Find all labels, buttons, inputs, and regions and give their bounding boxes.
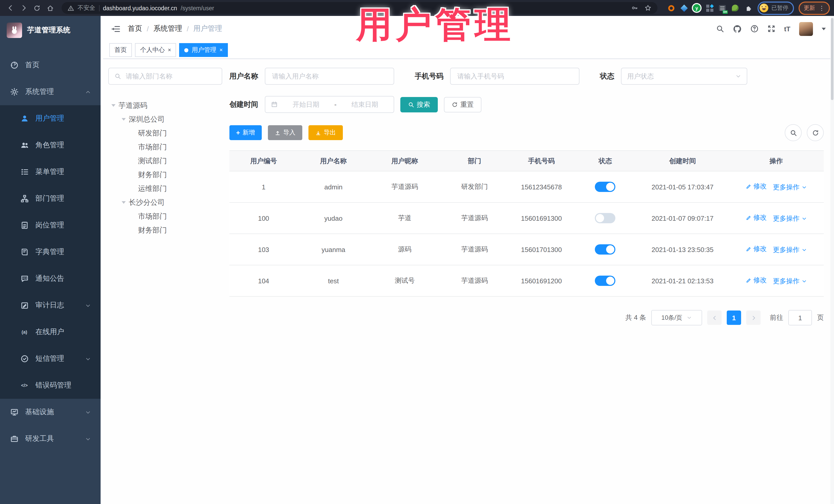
tab-profile[interactable]: 个人中心×	[135, 43, 176, 57]
dept-search-input[interactable]	[125, 72, 216, 81]
sidebar-item-online-users[interactable]: (a) 在线用户	[0, 319, 101, 345]
more-actions-link[interactable]: 更多操作	[773, 277, 807, 286]
user-avatar[interactable]	[799, 22, 813, 36]
tree-node[interactable]: 芋道源码	[108, 98, 222, 112]
breadcrumb-home[interactable]: 首页	[128, 24, 142, 34]
font-size-icon[interactable]: tT	[784, 25, 790, 32]
extension-leaf-icon[interactable]	[731, 4, 739, 12]
browser-back-icon[interactable]	[4, 2, 17, 14]
tree-node[interactable]: 运维部门	[108, 182, 222, 196]
extension-grid-icon[interactable]	[706, 4, 714, 12]
key-icon[interactable]	[631, 5, 638, 11]
status-select[interactable]: 用户状态	[621, 68, 747, 85]
next-page-button[interactable]	[746, 310, 761, 325]
sidebar-item-home[interactable]: 首页	[0, 52, 101, 79]
header-search-icon[interactable]	[716, 25, 724, 33]
status-toggle[interactable]	[595, 182, 616, 192]
browser-menu-icon[interactable]: ⋮	[819, 4, 825, 12]
import-button[interactable]: 导入	[268, 125, 302, 140]
sidebar-item-dept-management[interactable]: 部门管理	[0, 185, 101, 212]
goto-page-input[interactable]	[788, 310, 812, 325]
extension-green-y-icon[interactable]: y	[693, 4, 701, 12]
modify-link[interactable]: 修改	[746, 276, 767, 285]
sidebar-collapse-icon[interactable]	[111, 24, 120, 33]
reset-button[interactable]: 重置	[444, 97, 481, 112]
github-icon[interactable]	[733, 24, 741, 33]
scrollbar-thumb[interactable]	[831, 18, 833, 100]
tree-node[interactable]: 长沙分公司	[108, 196, 222, 210]
export-button[interactable]: 导出	[308, 125, 343, 140]
help-icon[interactable]	[750, 25, 758, 33]
tab-user-management[interactable]: 用户管理×	[179, 43, 228, 57]
sidebar-item-infrastructure[interactable]: 基础设施	[0, 399, 101, 425]
app-logo[interactable]: 芋道管理系统	[0, 16, 101, 45]
status-toggle[interactable]	[595, 244, 616, 255]
close-tab-icon[interactable]: ×	[168, 47, 171, 53]
refresh-table-button[interactable]	[807, 124, 824, 141]
browser-reload-icon[interactable]	[31, 2, 43, 14]
close-tab-icon[interactable]: ×	[219, 47, 223, 53]
breadcrumb-system[interactable]: 系统管理	[153, 24, 182, 34]
security-label[interactable]: 不安全	[78, 4, 95, 12]
browser-update-button[interactable]: 更新 ⋮	[798, 1, 830, 15]
bookmark-star-icon[interactable]	[644, 5, 651, 11]
cell-create-time: 2021-01-21 02:13:53	[636, 265, 728, 297]
sidebar-item-user-management[interactable]: 用户管理	[0, 105, 101, 132]
url-path[interactable]: /system/user	[181, 5, 214, 11]
sidebar-item-dict-management[interactable]: 字典管理	[0, 239, 101, 265]
sidebar-item-error-code[interactable]: </> 错误码管理	[0, 372, 101, 399]
tab-home[interactable]: 首页	[109, 43, 132, 57]
current-page-button[interactable]: 1	[727, 310, 741, 325]
avatar-dropdown-icon[interactable]	[822, 27, 826, 32]
update-label[interactable]: 更新	[804, 4, 815, 12]
modify-link[interactable]: 修改	[746, 213, 767, 222]
toggle-search-button[interactable]	[785, 124, 802, 141]
browser-profile-chip[interactable]: 已暂停	[758, 1, 794, 15]
tree-node[interactable]: 财务部门	[108, 168, 222, 182]
add-user-button[interactable]: + 新增	[229, 125, 262, 140]
fullscreen-icon[interactable]	[767, 25, 775, 33]
search-button[interactable]: 搜索	[400, 97, 438, 112]
security-warning-icon[interactable]	[68, 5, 74, 11]
tree-node[interactable]: 市场部门	[108, 210, 222, 223]
tree-node[interactable]: 测试部门	[108, 154, 222, 168]
browser-forward-icon[interactable]	[18, 2, 30, 14]
tree-expand-icon[interactable]	[122, 118, 126, 123]
sidebar-item-dev-tools[interactable]: 研发工具	[0, 425, 101, 452]
modify-link[interactable]: 修改	[746, 245, 767, 254]
dept-search-box[interactable]	[108, 68, 222, 85]
prev-page-button[interactable]	[707, 310, 722, 325]
username-input[interactable]	[271, 72, 388, 81]
sidebar-item-role-management[interactable]: 角色管理	[0, 132, 101, 159]
sidebar-item-notice[interactable]: 通知公告	[0, 265, 101, 292]
tree-expand-icon[interactable]	[122, 201, 126, 206]
extensions-puzzle-icon[interactable]	[744, 4, 752, 12]
tree-expand-icon[interactable]	[111, 104, 115, 109]
sidebar-scrollbar[interactable]	[101, 16, 103, 504]
page-size-select[interactable]: 10条/页	[651, 310, 702, 325]
extension-list-on-icon[interactable]: on	[719, 4, 726, 12]
extension-orange-icon[interactable]	[667, 4, 675, 12]
modify-link[interactable]: 修改	[746, 182, 767, 191]
tree-node[interactable]: 研发部门	[108, 126, 222, 140]
more-actions-link[interactable]: 更多操作	[773, 183, 807, 192]
url-bar[interactable]: 不安全 dashboard.yudao.iocoder.cn/system/us…	[62, 2, 657, 14]
url-host[interactable]: dashboard.yudao.iocoder.cn	[103, 5, 177, 11]
browser-home-icon[interactable]	[44, 2, 57, 14]
more-actions-link[interactable]: 更多操作	[773, 245, 807, 255]
sidebar-item-post-management[interactable]: 岗位管理	[0, 212, 101, 239]
tree-node[interactable]: 财务部门	[108, 223, 222, 237]
status-toggle[interactable]	[595, 276, 616, 286]
tree-node[interactable]: 市场部门	[108, 140, 222, 154]
status-toggle[interactable]	[595, 213, 616, 223]
sidebar-item-audit-log[interactable]: 审计日志	[0, 292, 101, 319]
page-scrollbar[interactable]	[830, 16, 834, 504]
date-range-picker[interactable]: 开始日期 - 结束日期	[265, 96, 394, 113]
tree-node[interactable]: 深圳总公司	[108, 112, 222, 126]
more-actions-link[interactable]: 更多操作	[773, 214, 807, 223]
sidebar-item-system[interactable]: 系统管理	[0, 79, 101, 105]
extension-gem-icon[interactable]	[680, 4, 688, 12]
sidebar-item-menu-management[interactable]: 菜单管理	[0, 159, 101, 185]
sidebar-item-sms[interactable]: 短信管理	[0, 345, 101, 372]
mobile-input[interactable]	[456, 72, 573, 81]
